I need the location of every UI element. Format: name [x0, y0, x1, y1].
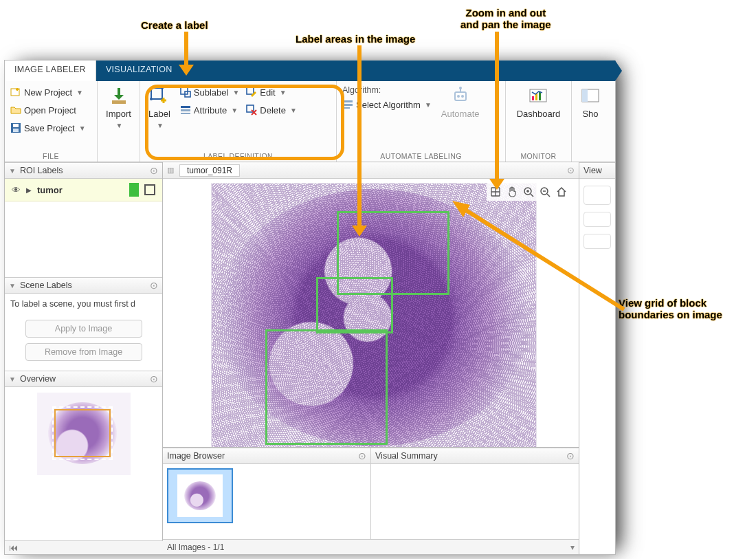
edit-icon [246, 87, 257, 98]
close-icon[interactable]: ⊙ [567, 165, 575, 175]
tab-image-labeler[interactable]: IMAGE LABELER [5, 61, 96, 81]
open-project-button[interactable]: Open Project [9, 102, 93, 118]
callout-view-grid: View grid of block boundaries on image [619, 297, 722, 320]
overview-thumbnail[interactable] [37, 393, 131, 475]
overview-body [5, 387, 162, 554]
attribute-button[interactable]: Attribute▼ [179, 102, 241, 118]
roi-box-3[interactable] [265, 329, 388, 445]
svg-rect-27 [532, 96, 534, 100]
robot-icon [451, 87, 470, 106]
roi-box-2[interactable] [316, 277, 393, 333]
ribbon-group-import: Import ▼ [98, 81, 140, 162]
sublabel-button[interactable]: Sublabel▼ [179, 84, 241, 100]
open-project-label: Open Project [24, 105, 76, 116]
label-button[interactable]: Label ▼ [144, 84, 175, 132]
roi-labels-header[interactable]: ▼ ROI Labels ⊙ [5, 162, 162, 179]
home-icon[interactable] [554, 184, 569, 199]
view-header[interactable]: View [579, 162, 615, 179]
overview-header[interactable]: ▼ Overview ⊙ [5, 371, 162, 387]
dashboard-button[interactable]: Dashboard [513, 84, 565, 122]
doc-tab[interactable]: tumor_091R [179, 164, 240, 177]
svg-rect-5 [13, 129, 19, 132]
visual-summary-header[interactable]: Visual Summary ⊙ [371, 448, 579, 464]
svg-line-0 [462, 208, 624, 309]
import-button[interactable]: Import ▼ [102, 84, 135, 132]
dropdown-icon: ▼ [116, 122, 123, 129]
svg-rect-6 [112, 100, 126, 104]
svg-rect-29 [539, 91, 541, 100]
dropdown-icon: ▼ [79, 124, 86, 132]
close-icon[interactable]: ⊙ [150, 373, 158, 384]
scene-help-text: To label a scene, you must first d [5, 294, 162, 317]
image-browser-header[interactable]: Image Browser ⊙ [163, 448, 370, 464]
visibility-icon[interactable]: 👁 [12, 185, 21, 195]
svg-rect-21 [343, 107, 350, 109]
visual-summary-title: Visual Summary [375, 451, 438, 461]
status-text: All Images - 1/1 [167, 542, 224, 552]
svg-rect-31 [582, 89, 588, 102]
dropdown-icon: ▼ [290, 107, 297, 114]
callout-label-areas: Label areas in the image [296, 33, 415, 45]
delete-button[interactable]: Delete▼ [245, 102, 298, 118]
close-icon[interactable]: ⊙ [358, 450, 366, 461]
roi-item-label: tumor [37, 185, 63, 195]
svg-rect-15 [181, 109, 190, 111]
new-project-label: New Project [24, 87, 72, 98]
collapse-icon: ▼ [9, 167, 16, 175]
dashboard-icon [529, 87, 548, 106]
save-icon [10, 122, 21, 133]
close-icon[interactable]: ⊙ [150, 280, 158, 291]
visual-summary-pane: Visual Summary ⊙ [371, 448, 579, 539]
attribute-label: Attribute [194, 105, 227, 116]
label-label: Label [148, 109, 170, 119]
pan-icon[interactable] [504, 184, 520, 199]
save-project-button[interactable]: Save Project▼ [9, 120, 93, 136]
svg-rect-4 [13, 124, 19, 127]
document-tabbar: ▥ tumor_091R ⊙ [163, 162, 579, 179]
image-browser-title: Image Browser [167, 451, 225, 461]
folder-icon [10, 105, 21, 116]
group-caption-monitor: MONITOR [510, 151, 567, 160]
left-footer[interactable]: ⏮ [5, 540, 163, 554]
svg-rect-16 [181, 113, 190, 114]
dropdown-icon: ▼ [425, 101, 432, 109]
ribbon: New Project▼ Open Project Save Project▼ … [5, 81, 615, 162]
close-icon[interactable]: ⊙ [150, 165, 158, 176]
thumbnail-selected[interactable] [167, 468, 233, 523]
svg-rect-14 [181, 106, 190, 108]
group-caption-file: FILE [9, 151, 93, 160]
scene-labels-header[interactable]: ▼ Scene Labels ⊙ [5, 277, 162, 294]
svg-rect-22 [455, 92, 466, 100]
automate-button[interactable]: Automate [437, 84, 484, 122]
new-project-button[interactable]: New Project▼ [9, 84, 93, 100]
svg-point-25 [459, 87, 462, 89]
zoom-in-icon[interactable] [521, 184, 536, 199]
roi-item-tumor[interactable]: 👁 ▶ tumor [5, 179, 162, 201]
remove-from-image-button[interactable]: Remove from Image [25, 343, 142, 361]
dropdown-icon: ▼ [76, 89, 83, 96]
svg-rect-12 [181, 87, 188, 94]
grip-icon[interactable]: ▥ [167, 166, 174, 175]
show-label: Sho [582, 109, 598, 119]
svg-rect-19 [343, 100, 353, 102]
edit-button[interactable]: Edit▼ [245, 84, 298, 100]
layout-icon [581, 87, 600, 106]
close-icon[interactable]: ⊙ [566, 450, 575, 461]
image-browser-pane: Image Browser ⊙ [163, 448, 371, 539]
tab-visualization[interactable]: VISUALIZATION [96, 61, 182, 81]
toolstrip-tabs: IMAGE LABELER VISUALIZATION [5, 61, 615, 81]
shape-rect-icon[interactable] [144, 184, 155, 195]
select-algorithm-button[interactable]: Select Algorithm▼ [341, 96, 433, 113]
svg-point-10 [150, 98, 153, 100]
expand-icon[interactable]: ▶ [26, 186, 32, 194]
dropdown-icon: ▼ [157, 122, 164, 129]
status-dropdown-icon[interactable]: ▾ [570, 542, 575, 552]
zoom-out-icon[interactable] [537, 184, 553, 199]
scene-body: Apply to Image Remove from Image [5, 317, 162, 371]
svg-point-8 [150, 87, 153, 89]
show-button[interactable]: Sho [574, 84, 607, 122]
apply-to-image-button[interactable]: Apply to Image [25, 320, 142, 338]
svg-marker-1 [452, 201, 470, 217]
import-label: Import [106, 109, 131, 119]
color-swatch[interactable] [129, 183, 139, 197]
